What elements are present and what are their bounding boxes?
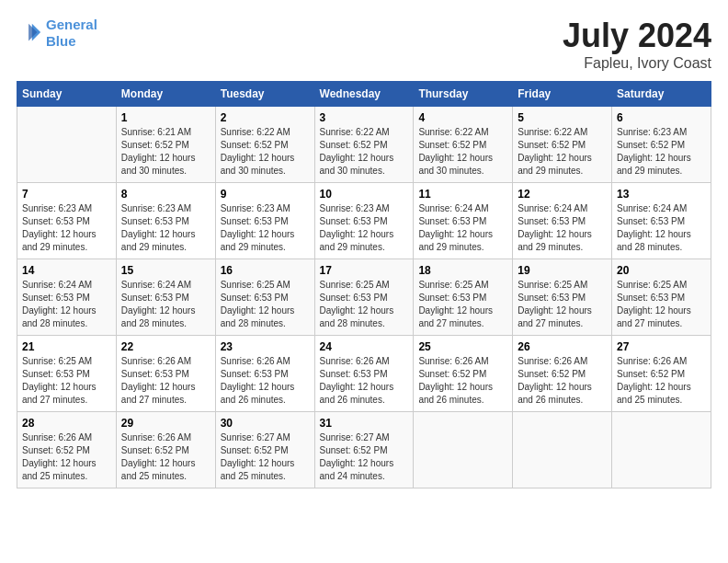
day-info: Sunrise: 6:24 AMSunset: 6:53 PMDaylight:… (617, 202, 706, 254)
day-number: 14 (22, 264, 111, 277)
day-info: Sunrise: 6:21 AMSunset: 6:52 PMDaylight:… (121, 126, 210, 178)
day-info: Sunrise: 6:23 AMSunset: 6:53 PMDaylight:… (22, 202, 111, 254)
day-number: 2 (221, 111, 310, 124)
col-header-wednesday: Wednesday (314, 82, 414, 107)
day-number: 17 (320, 264, 409, 277)
cell-2-3: 9Sunrise: 6:23 AMSunset: 6:53 PMDaylight… (215, 183, 314, 259)
logo-blue: Blue (46, 33, 76, 49)
day-info: Sunrise: 6:22 AMSunset: 6:52 PMDaylight:… (221, 126, 310, 178)
day-number: 1 (121, 111, 210, 124)
day-info: Sunrise: 6:26 AMSunset: 6:52 PMDaylight:… (418, 355, 507, 407)
col-header-tuesday: Tuesday (215, 82, 314, 107)
day-number: 30 (221, 417, 310, 430)
cell-2-2: 8Sunrise: 6:23 AMSunset: 6:53 PMDaylight… (116, 183, 215, 259)
day-info: Sunrise: 6:23 AMSunset: 6:53 PMDaylight:… (320, 202, 409, 254)
title-block: July 2024 Fapleu, Ivory Coast (563, 17, 711, 72)
day-info: Sunrise: 6:24 AMSunset: 6:53 PMDaylight:… (418, 202, 507, 254)
logo-general: General (46, 17, 97, 32)
cell-3-2: 15Sunrise: 6:24 AMSunset: 6:53 PMDayligh… (116, 259, 215, 336)
cell-1-5: 4Sunrise: 6:22 AMSunset: 6:52 PMDaylight… (414, 107, 513, 183)
day-info: Sunrise: 6:24 AMSunset: 6:53 PMDaylight:… (22, 279, 111, 330)
day-info: Sunrise: 6:26 AMSunset: 6:52 PMDaylight:… (121, 431, 210, 483)
cell-3-4: 17Sunrise: 6:25 AMSunset: 6:53 PMDayligh… (314, 259, 414, 336)
day-number: 12 (518, 188, 607, 201)
col-header-friday: Friday (513, 82, 612, 107)
week-row-4: 21Sunrise: 6:25 AMSunset: 6:53 PMDayligh… (17, 336, 711, 412)
logo: General Blue (17, 17, 97, 50)
cell-5-3: 30Sunrise: 6:27 AMSunset: 6:52 PMDayligh… (215, 412, 314, 488)
day-number: 15 (121, 264, 210, 277)
day-info: Sunrise: 6:22 AMSunset: 6:52 PMDaylight:… (418, 126, 507, 178)
cell-4-3: 23Sunrise: 6:26 AMSunset: 6:53 PMDayligh… (215, 336, 314, 412)
cell-3-7: 20Sunrise: 6:25 AMSunset: 6:53 PMDayligh… (612, 259, 711, 336)
day-info: Sunrise: 6:22 AMSunset: 6:52 PMDaylight:… (320, 126, 409, 178)
cell-5-6 (513, 412, 612, 488)
col-header-thursday: Thursday (414, 82, 513, 107)
cell-1-2: 1Sunrise: 6:21 AMSunset: 6:52 PMDaylight… (116, 107, 215, 183)
week-row-3: 14Sunrise: 6:24 AMSunset: 6:53 PMDayligh… (17, 259, 711, 336)
day-number: 29 (121, 417, 210, 430)
day-info: Sunrise: 6:27 AMSunset: 6:52 PMDaylight:… (221, 431, 310, 483)
day-number: 21 (22, 340, 111, 353)
day-info: Sunrise: 6:23 AMSunset: 6:53 PMDaylight:… (221, 202, 310, 254)
day-info: Sunrise: 6:23 AMSunset: 6:52 PMDaylight:… (617, 126, 706, 178)
cell-5-7 (612, 412, 711, 488)
cell-3-3: 16Sunrise: 6:25 AMSunset: 6:53 PMDayligh… (215, 259, 314, 336)
sub-title: Fapleu, Ivory Coast (563, 55, 711, 72)
cell-5-1: 28Sunrise: 6:26 AMSunset: 6:52 PMDayligh… (17, 412, 117, 488)
cell-2-5: 11Sunrise: 6:24 AMSunset: 6:53 PMDayligh… (414, 183, 513, 259)
day-number: 26 (518, 340, 607, 353)
cell-4-2: 22Sunrise: 6:26 AMSunset: 6:53 PMDayligh… (116, 336, 215, 412)
week-row-2: 7Sunrise: 6:23 AMSunset: 6:53 PMDaylight… (17, 183, 711, 259)
day-number: 5 (518, 111, 607, 124)
cell-3-1: 14Sunrise: 6:24 AMSunset: 6:53 PMDayligh… (17, 259, 117, 336)
day-info: Sunrise: 6:23 AMSunset: 6:53 PMDaylight:… (121, 202, 210, 254)
day-number: 8 (121, 188, 210, 201)
day-number: 19 (518, 264, 607, 277)
page: General Blue July 2024 Fapleu, Ivory Coa… (0, 0, 728, 563)
cell-2-4: 10Sunrise: 6:23 AMSunset: 6:53 PMDayligh… (314, 183, 414, 259)
week-row-1: 1Sunrise: 6:21 AMSunset: 6:52 PMDaylight… (17, 107, 711, 183)
col-header-monday: Monday (116, 82, 215, 107)
day-info: Sunrise: 6:26 AMSunset: 6:52 PMDaylight:… (617, 355, 706, 407)
day-number: 10 (320, 188, 409, 201)
cell-1-4: 3Sunrise: 6:22 AMSunset: 6:52 PMDaylight… (314, 107, 414, 183)
cell-1-3: 2Sunrise: 6:22 AMSunset: 6:52 PMDaylight… (215, 107, 314, 183)
day-info: Sunrise: 6:25 AMSunset: 6:53 PMDaylight:… (221, 279, 310, 330)
day-info: Sunrise: 6:27 AMSunset: 6:52 PMDaylight:… (320, 431, 409, 483)
day-info: Sunrise: 6:24 AMSunset: 6:53 PMDaylight:… (121, 279, 210, 330)
day-number: 31 (320, 417, 409, 430)
day-number: 13 (617, 188, 706, 201)
cell-2-6: 12Sunrise: 6:24 AMSunset: 6:53 PMDayligh… (513, 183, 612, 259)
cell-5-4: 31Sunrise: 6:27 AMSunset: 6:52 PMDayligh… (314, 412, 414, 488)
cell-4-5: 25Sunrise: 6:26 AMSunset: 6:52 PMDayligh… (414, 336, 513, 412)
day-number: 6 (617, 111, 706, 124)
cell-3-6: 19Sunrise: 6:25 AMSunset: 6:53 PMDayligh… (513, 259, 612, 336)
col-header-sunday: Sunday (17, 82, 117, 107)
day-number: 4 (418, 111, 507, 124)
day-info: Sunrise: 6:25 AMSunset: 6:53 PMDaylight:… (22, 355, 111, 407)
day-info: Sunrise: 6:25 AMSunset: 6:53 PMDaylight:… (418, 279, 507, 330)
cell-2-1: 7Sunrise: 6:23 AMSunset: 6:53 PMDaylight… (17, 183, 117, 259)
day-number: 18 (418, 264, 507, 277)
cell-3-5: 18Sunrise: 6:25 AMSunset: 6:53 PMDayligh… (414, 259, 513, 336)
day-number: 9 (221, 188, 310, 201)
day-info: Sunrise: 6:26 AMSunset: 6:53 PMDaylight:… (221, 355, 310, 407)
cell-1-6: 5Sunrise: 6:22 AMSunset: 6:52 PMDaylight… (513, 107, 612, 183)
logo-text: General Blue (46, 17, 97, 50)
day-info: Sunrise: 6:24 AMSunset: 6:53 PMDaylight:… (518, 202, 607, 254)
cell-1-1 (17, 107, 117, 183)
logo-icon (17, 20, 42, 46)
cell-4-7: 27Sunrise: 6:26 AMSunset: 6:52 PMDayligh… (612, 336, 711, 412)
day-number: 11 (418, 188, 507, 201)
week-row-5: 28Sunrise: 6:26 AMSunset: 6:52 PMDayligh… (17, 412, 711, 488)
day-number: 27 (617, 340, 706, 353)
day-number: 16 (221, 264, 310, 277)
day-number: 3 (320, 111, 409, 124)
day-number: 22 (121, 340, 210, 353)
day-info: Sunrise: 6:25 AMSunset: 6:53 PMDaylight:… (617, 279, 706, 330)
header: General Blue July 2024 Fapleu, Ivory Coa… (17, 17, 711, 72)
day-number: 24 (320, 340, 409, 353)
day-info: Sunrise: 6:25 AMSunset: 6:53 PMDaylight:… (320, 279, 409, 330)
day-info: Sunrise: 6:22 AMSunset: 6:52 PMDaylight:… (518, 126, 607, 178)
